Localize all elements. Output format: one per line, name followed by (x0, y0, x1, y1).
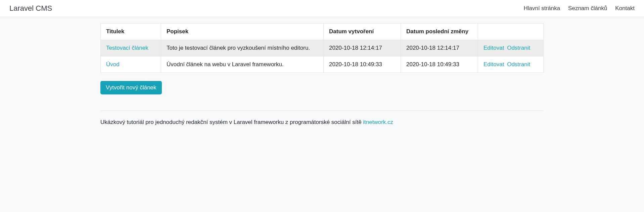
nav-link-articles[interactable]: Seznam článků (568, 5, 607, 11)
th-updated: Datum poslední změny (401, 24, 478, 40)
article-updated: 2020-10-18 12:14:17 (401, 40, 478, 56)
delete-link[interactable]: Odstranit (507, 45, 530, 51)
th-created: Datum vytvoření (324, 24, 401, 40)
article-description: Toto je testovací článek pro vyzkoušení … (161, 40, 324, 56)
table-row: Testovací článek Toto je testovací článe… (101, 40, 544, 56)
article-title-link[interactable]: Testovací článek (106, 45, 148, 51)
nav-link-home[interactable]: Hlavní stránka (523, 5, 560, 11)
th-description: Popisek (161, 24, 324, 40)
th-title: Titulek (101, 24, 161, 40)
edit-link[interactable]: Editovat (484, 45, 504, 51)
create-article-button[interactable]: Vytvořit nový článek (100, 81, 162, 94)
table-header-row: Titulek Popisek Datum vytvoření Datum po… (101, 24, 544, 40)
edit-link[interactable]: Editovat (484, 61, 504, 68)
th-actions (478, 24, 544, 40)
brand-link[interactable]: Laravel CMS (9, 4, 52, 13)
articles-table: Titulek Popisek Datum vytvoření Datum po… (100, 23, 544, 73)
table-row: Úvod Úvodní článek na webu v Laravel fra… (101, 56, 544, 73)
article-created: 2020-10-18 12:14:17 (324, 40, 401, 56)
divider (100, 111, 544, 111)
nav-link-contact[interactable]: Kontakt (615, 5, 635, 11)
footer: Ukázkový tutoriál pro jednoduchý redakčn… (100, 119, 544, 139)
nav-list: Hlavní stránka Seznam článků Kontakt (523, 5, 635, 12)
article-updated: 2020-10-18 10:49:33 (401, 56, 478, 73)
footer-text: Ukázkový tutoriál pro jednoduchý redakčn… (100, 119, 363, 125)
article-created: 2020-10-18 10:49:33 (324, 56, 401, 73)
article-description: Úvodní článek na webu v Laravel framewor… (161, 56, 324, 73)
delete-link[interactable]: Odstranit (507, 61, 530, 68)
footer-link[interactable]: itnetwork.cz (363, 119, 393, 125)
navbar: Laravel CMS Hlavní stránka Seznam článků… (0, 0, 644, 17)
main-content: Titulek Popisek Datum vytvoření Datum po… (94, 17, 550, 139)
article-title-link[interactable]: Úvod (106, 61, 120, 68)
